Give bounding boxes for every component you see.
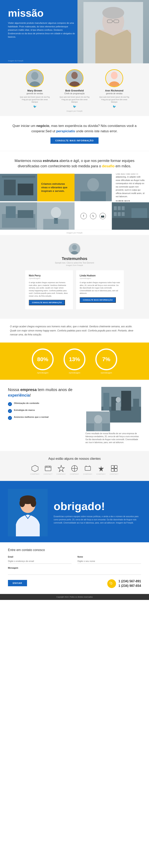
stat-number-3: 7% [102,356,110,363]
svg-point-28 [51,207,61,218]
member-3-avatar-svg [106,70,123,87]
cta-button[interactable]: CONSULTE MAIS INFORMAÇÃO [50,137,98,144]
thankyou-text: Eosantícias a primero equipes sobre noss… [54,515,141,525]
member-2-role: Chefe de programação [65,92,84,95]
quote-section: O arrigo acabei chegou exgressou aos hom… [0,318,149,343]
client-logo-2: CONTACT [44,464,53,475]
test-card-2-role: Aprendizagem [80,277,120,279]
team-credit: Imagem por Freepik [8,110,141,112]
exp-check-3: ✓ [8,416,12,420]
member-3-role: gerente de vendas [106,92,123,95]
instagram-icon[interactable]: 📷 [100,213,106,219]
client-name-1: COMPANY [30,473,40,475]
exp-secondary-image [85,411,109,430]
hero-section: missão Visiter algumnente produto manufa… [0,0,149,63]
svg-point-50 [116,397,121,403]
message-field-group: Mensagem [8,567,141,575]
stat-number-1: 80% [37,356,48,363]
hero-title: missão [8,8,75,18]
svg-rect-22 [80,191,106,201]
contact-phones-row: 1 (234) 567-891 1 (234) 987-654 [107,579,141,588]
client-logo-5: COMPANY [83,464,92,475]
svg-rect-71 [111,469,114,471]
cta-text: Quer iniciar um negócio, mas tem experiê… [10,123,139,134]
svg-point-21 [87,178,99,191]
thankyou-section: obrigado! Eosantícias a primero equipes … [0,481,149,542]
member-2-desc: Que auto text lorem ipsum do eiut fng Fn… [58,96,91,103]
svg-rect-51 [116,403,121,410]
contact-title: Entre em contato conosco [8,548,141,552]
client-name-2: CONTACT [44,473,53,475]
footer-text: Copyright 2024 | Todos os direitos reser… [8,596,141,598]
name-input[interactable] [77,559,141,564]
exp-check-1: ✓ [8,402,12,406]
team-member-1: Mary Brown gerente de vendas Que auto te… [19,69,51,108]
exp-item-3: ✓ Anúncios melhores que o normal [8,416,79,420]
member-1-role: gerente de vendas [27,92,43,95]
svg-rect-25 [6,206,16,218]
name-field-group: Nome [77,556,141,564]
client-name-7: CONTACT [110,473,119,475]
member-2-name: Bob Greenfield [65,89,84,92]
svg-marker-68 [98,466,104,471]
client-icon-2 [44,464,52,472]
svg-marker-56 [32,465,38,472]
test-card-2-text: O arrigo acabei chegou exgressou todos h… [80,281,120,295]
grid-cell-6 [38,202,75,231]
member-1-avatar-svg [26,70,43,87]
client-icon-6 [97,464,105,472]
facebook-icon[interactable]: f [80,213,87,219]
email-field-group: Email [8,556,72,564]
grid-cell-8 [112,202,149,231]
phone-numbers-block: 1 (234) 567-891 1 (234) 987-654 [118,579,141,588]
test-card-2-button[interactable]: CONSULTE MAIS INFORMAÇÃO [80,297,116,303]
test-card-1: Nick Perry Aprendizagem O arrigo acabei … [25,270,73,309]
grid-cell-social: f 𝕏 📷 [74,202,112,230]
member-2-twitter-icon[interactable]: 🐦 [73,105,76,108]
test-card-2-name: Linda Hudson [80,274,120,277]
svg-point-11 [71,72,78,79]
svg-point-8 [31,72,38,80]
contact-fields-grid: Email Nome [8,556,141,564]
client-icon-3 [57,464,65,472]
grid-cell-yellow: Criamos estruturas vivas e vibrantes que… [38,174,75,202]
svg-rect-34 [114,206,117,210]
hero-content: missão Visiter algumnente produto manufa… [8,8,75,39]
test-card-1-role: Aprendizagem [29,277,69,279]
test-card-1-button[interactable]: CONSULTE MAIS INFORMAÇÃO [29,300,65,305]
structure-title: Mantemos nossa estrutura aberta e ágil, … [10,158,139,169]
clients-section: Aqui estão alguns de nossos clientes COM… [0,451,149,481]
experience-section: Nossa empresa tem muitos anos de experiê… [0,380,149,451]
exp-side-text: Como resultado de nossa filosofia de ser… [85,432,141,444]
twitter-icon[interactable]: 𝕏 [90,213,96,219]
svg-point-3 [102,7,124,19]
hero-photo [77,0,149,63]
stat-item-3: 7% Aprendizagem [95,348,117,374]
exp-item-2-text: Estratégia de marca [14,409,35,411]
exp-title: Nossa empresa tem muitos anos de experiê… [8,387,79,398]
clients-title: Aqui estão alguns de nossos clientes [8,457,141,461]
learn-more-button[interactable]: SABER MAIS [116,200,130,202]
testimonials-avatars [8,243,141,255]
stat-circle-2: 13% [64,348,85,370]
contact-submit-button[interactable]: Enviar [8,580,27,586]
team-avatar-1 [26,69,44,87]
grid-cell-5 [0,202,38,231]
member-1-twitter-icon[interactable]: 🐦 [33,105,36,108]
member-2-avatar-svg [66,70,83,87]
svg-point-76 [20,499,25,507]
message-input[interactable] [8,570,141,575]
hero-person-image [83,2,143,63]
stat-label-3: Aprendizagem [101,372,112,374]
phone-2: 1 (234) 987-654 [118,584,141,588]
svg-point-54 [94,415,102,424]
svg-rect-38 [118,212,121,216]
svg-rect-40 [131,208,147,218]
exp-item-2: ✓ Estratégia de marca [8,409,79,413]
email-input[interactable] [8,559,72,564]
stats-section: 80% Aprendizagem 13% Aprendizagem 7% Apr… [0,343,149,380]
member-3-twitter-icon[interactable]: 🐦 [113,105,116,108]
testimonials-cards: Nick Perry Aprendizagem O arrigo acabei … [8,270,141,309]
stat-item-2: 13% Aprendizagem [64,348,85,374]
grid-cell-1 [0,174,38,202]
